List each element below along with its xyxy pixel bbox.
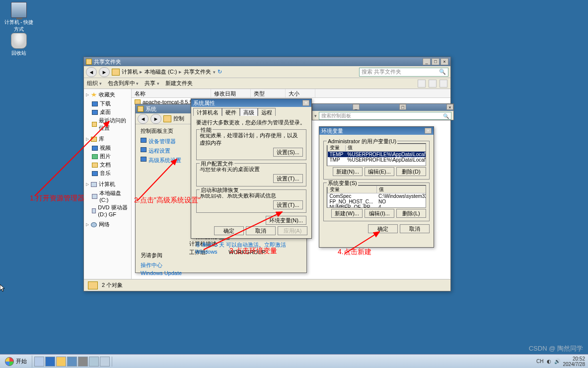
col-date[interactable]: 修改日期 [211,89,251,97]
quick-launch-item[interactable] [34,357,44,367]
cp-titlebar[interactable]: _ □ × [312,104,453,111]
favorites-header[interactable]: 收藏夹 [86,90,129,99]
tab-remote[interactable]: 远程 [258,108,276,116]
dialog-titlebar[interactable]: 环境变量 × [319,127,434,135]
start-button[interactable]: 开始 [0,356,32,368]
tray-icon[interactable]: 🔊 [554,359,560,364]
table-row[interactable]: TMP%USERPROFILE%\AppData\Local\Temp [328,157,427,163]
close-button[interactable]: × [302,100,309,106]
view-button[interactable] [418,80,426,88]
quick-launch-item[interactable] [100,357,110,367]
table-row[interactable]: FP_NO_HOST_C...NO [328,199,427,204]
refresh-button[interactable]: ↻ [218,69,222,75]
remote-settings-link[interactable]: 远程设置 [136,146,187,156]
apply-button[interactable]: 应用(A) [278,226,307,235]
chevron-down-icon[interactable]: ▾ [213,70,216,75]
control-panel-home[interactable]: 控制面板主页 [136,125,187,137]
new-folder-button[interactable]: 新建文件夹 [165,80,193,87]
col-name[interactable]: 名称 [132,89,211,97]
quick-launch-item[interactable] [67,357,77,367]
startup-settings-button[interactable]: 设置(T)... [273,200,303,209]
edit-button[interactable]: 编辑(I)... [365,209,394,218]
action-center-link[interactable]: 操作中心 [136,261,187,270]
desktop-icon-computer[interactable]: 计算机 - 快捷方式 [4,2,34,33]
sidebar-item-docs[interactable]: 文档 [86,161,129,169]
sidebar-item-videos[interactable]: 视频 [86,144,129,152]
search-input[interactable]: 搜索 共享文件夹 🔍 [359,68,448,77]
language-indicator[interactable]: CH [536,359,543,364]
col-size[interactable]: 大小 [286,89,315,97]
chevron-down-icon[interactable]: ▾ [314,113,317,118]
cancel-button[interactable]: 取消 [400,224,430,233]
organize-menu[interactable]: 组织 [87,80,102,87]
watermark: CSDN @ 陶然同学 [529,344,583,353]
desktop-icon-recycle[interactable]: 回收站 [4,33,34,57]
close-button[interactable]: × [441,58,448,65]
sidebar-item-desktop[interactable]: 桌面 [86,108,129,116]
table-row[interactable]: TEMP%USERPROFILE%\AppData\Local\Temp [328,152,427,158]
edit-button[interactable]: 编辑(E)... [365,167,394,176]
advanced-system-settings-link[interactable]: 高级系统设置 [136,156,187,165]
ok-button[interactable]: 确定 [368,224,398,233]
tab-hardware[interactable]: 硬件 [222,108,240,116]
sidebar-item-dvd[interactable]: DVD 驱动器 (D:) GF [86,203,129,218]
close-button[interactable]: × [425,128,432,134]
quick-launch-item[interactable] [89,357,99,367]
forward-button[interactable]: ► [99,67,110,77]
tab-computer-name[interactable]: 计算机名 [193,108,222,116]
window-title: 系统 [146,105,156,113]
desktop-icon-label: 回收站 [4,50,34,57]
include-menu[interactable]: 包含到库中 [108,80,139,87]
table-row[interactable]: NUMBER_OF_PR...4 [328,204,427,208]
share-menu[interactable]: 共享 [145,80,159,87]
quick-launch-item[interactable] [56,357,66,367]
table-row[interactable]: ComSpecC:\Windows\system32\cmd.exe [328,193,427,199]
sidebar-item-pictures[interactable]: 图片 [86,152,129,161]
windows-update-link[interactable]: Windows Update [136,270,187,276]
new-button[interactable]: 新建(N)... [333,167,363,176]
quick-launch-item[interactable] [78,357,88,367]
cancel-button[interactable]: 取消 [246,226,276,235]
userprof-settings-button[interactable]: 设置(T)... [273,174,303,183]
close-button[interactable]: × [446,104,453,110]
minimize-button[interactable]: _ [353,104,360,110]
sidebar-item-music[interactable]: 音乐 [86,169,129,178]
dialog-titlebar[interactable]: 系统属性 × [191,99,311,107]
col-type[interactable]: 类型 [251,89,286,97]
preview-button[interactable] [429,80,437,88]
system-tray[interactable]: CH ◐ 🔊 20:52 2024/7/28 [533,356,588,367]
breadcrumb[interactable]: 计算机 本地磁盘 (C:) 共享文件夹 [122,68,211,76]
maximize-button[interactable]: □ [399,104,406,110]
back-button[interactable]: ◄ [86,67,97,77]
column-headers[interactable]: 名称 修改日期 类型 大小 [132,89,450,98]
user-vars-list[interactable]: 变量值 TEMP%USERPROFILE%\AppData\Local\Temp… [327,143,426,166]
network-header[interactable]: 网络 [86,220,129,229]
search-input[interactable]: 搜索控制面板 🔍 [319,112,451,120]
ok-button[interactable]: 确定 [214,226,244,235]
forward-button[interactable]: ► [150,114,161,124]
tab-advanced[interactable]: 高级 [240,108,258,116]
explorer-titlebar[interactable]: 共享文件夹 _ □ × [84,57,450,66]
help-button[interactable] [440,80,447,88]
perf-settings-button[interactable]: 设置(S)... [273,148,303,157]
minimize-button[interactable]: _ [423,58,431,65]
libraries-header[interactable]: 库 [86,134,129,144]
device-manager-link[interactable]: 设备管理器 [136,137,187,146]
system-vars-list[interactable]: 变量值 ComSpecC:\Windows\system32\cmd.exe F… [327,185,426,208]
clock[interactable]: 20:52 2024/7/28 [563,356,586,367]
sidebar-item-cdrive[interactable]: 本地磁盘 (C:) [86,189,129,203]
sidebar-item-downloads[interactable]: 下载 [86,99,129,108]
back-button[interactable]: ◄ [138,114,148,124]
computer-header[interactable]: 计算机 [86,180,129,189]
sidebar-item-recent[interactable]: 最近访问的位置 [86,116,129,132]
quick-launch-item[interactable] [45,357,55,367]
delete-button[interactable]: 删除(L) [396,209,426,218]
activate-link[interactable]: 🛈 剩余 3 天 可以自动激活。立即激活 Windows [195,241,306,255]
environment-variables-button[interactable]: 环境变量(N)... [266,216,306,225]
maximize-button[interactable]: □ [432,58,440,65]
navigation-pane: 收藏夹 下载 桌面 最近访问的位置 库 视频 图片 文档 音乐 计算机 本地磁盘… [84,89,132,279]
tray-icon[interactable]: ◐ [547,359,551,364]
new-button[interactable]: 新建(W)... [331,209,363,218]
delete-button[interactable]: 删除(D) [396,167,426,176]
dialog-title: 系统属性 [193,99,215,107]
